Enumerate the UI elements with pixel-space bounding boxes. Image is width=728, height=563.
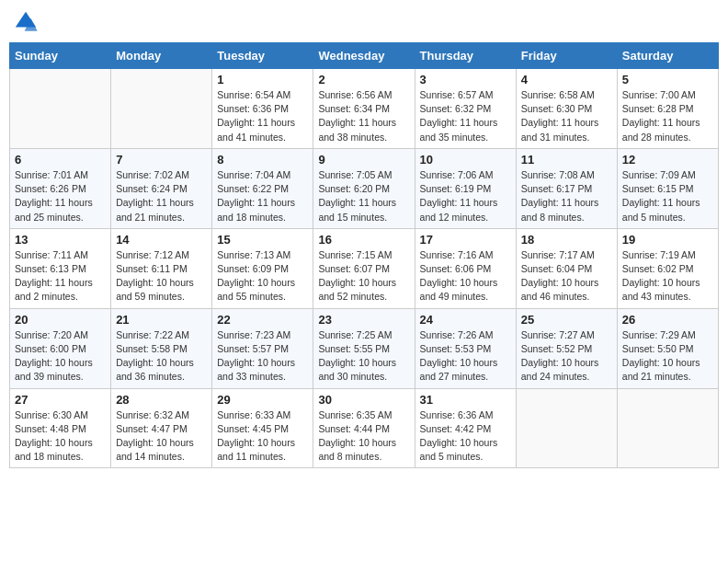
- day-info: Sunrise: 7:11 AMSunset: 6:13 PMDaylight:…: [15, 248, 106, 304]
- col-header-thursday: Thursday: [415, 43, 516, 69]
- calendar-cell: 4Sunrise: 6:58 AMSunset: 6:30 PMDaylight…: [516, 69, 617, 149]
- day-number: 9: [318, 153, 409, 167]
- day-number: 16: [318, 233, 409, 247]
- calendar-cell: 16Sunrise: 7:15 AMSunset: 6:07 PMDayligh…: [313, 228, 415, 308]
- day-info: Sunrise: 6:35 AMSunset: 4:44 PMDaylight:…: [318, 408, 409, 465]
- day-info: Sunrise: 7:06 AMSunset: 6:19 PMDaylight:…: [420, 168, 511, 224]
- calendar-cell: 3Sunrise: 6:57 AMSunset: 6:32 PMDaylight…: [415, 69, 516, 149]
- day-info: Sunrise: 7:22 AMSunset: 5:58 PMDaylight:…: [116, 328, 207, 385]
- day-info: Sunrise: 7:25 AMSunset: 5:55 PMDaylight:…: [318, 328, 409, 385]
- day-number: 14: [116, 233, 207, 247]
- day-number: 13: [15, 233, 106, 247]
- calendar-week-2: 6Sunrise: 7:01 AMSunset: 6:26 PMDaylight…: [10, 148, 719, 228]
- day-number: 30: [318, 393, 409, 407]
- day-info: Sunrise: 6:57 AMSunset: 6:32 PMDaylight:…: [420, 88, 511, 144]
- day-number: 19: [622, 233, 713, 247]
- calendar-cell: 1Sunrise: 6:54 AMSunset: 6:36 PMDaylight…: [212, 69, 313, 149]
- day-info: Sunrise: 7:01 AMSunset: 6:26 PMDaylight:…: [15, 168, 106, 224]
- calendar-cell: 18Sunrise: 7:17 AMSunset: 6:04 PMDayligh…: [516, 228, 617, 308]
- day-number: 17: [420, 233, 511, 247]
- day-info: Sunrise: 7:23 AMSunset: 5:57 PMDaylight:…: [217, 328, 308, 385]
- calendar-cell: 24Sunrise: 7:26 AMSunset: 5:53 PMDayligh…: [415, 308, 516, 388]
- day-number: 8: [217, 153, 308, 167]
- calendar-cell: 13Sunrise: 7:11 AMSunset: 6:13 PMDayligh…: [10, 228, 111, 308]
- calendar-cell: 6Sunrise: 7:01 AMSunset: 6:26 PMDaylight…: [10, 148, 111, 228]
- col-header-wednesday: Wednesday: [313, 43, 415, 69]
- day-info: Sunrise: 6:36 AMSunset: 4:42 PMDaylight:…: [420, 408, 511, 465]
- calendar-cell: 31Sunrise: 6:36 AMSunset: 4:42 PMDayligh…: [415, 388, 516, 468]
- col-header-saturday: Saturday: [617, 43, 718, 69]
- day-info: Sunrise: 6:58 AMSunset: 6:30 PMDaylight:…: [521, 88, 612, 144]
- day-number: 18: [521, 233, 612, 247]
- day-number: 7: [116, 153, 207, 167]
- day-number: 5: [622, 73, 713, 86]
- day-number: 15: [217, 233, 308, 247]
- day-info: Sunrise: 7:00 AMSunset: 6:28 PMDaylight:…: [622, 88, 713, 144]
- day-number: 22: [217, 313, 308, 327]
- calendar-cell: 19Sunrise: 7:19 AMSunset: 6:02 PMDayligh…: [617, 228, 718, 308]
- calendar-cell: [516, 388, 617, 468]
- col-header-monday: Monday: [111, 43, 212, 69]
- day-number: 1: [217, 73, 308, 86]
- calendar-cell: 7Sunrise: 7:02 AMSunset: 6:24 PMDaylight…: [111, 148, 212, 228]
- day-info: Sunrise: 6:33 AMSunset: 4:45 PMDaylight:…: [217, 408, 308, 465]
- calendar-cell: 23Sunrise: 7:25 AMSunset: 5:55 PMDayligh…: [313, 308, 415, 388]
- day-number: 12: [622, 153, 713, 167]
- calendar-cell: 29Sunrise: 6:33 AMSunset: 4:45 PMDayligh…: [212, 388, 313, 468]
- col-header-tuesday: Tuesday: [212, 43, 313, 69]
- calendar-cell: 12Sunrise: 7:09 AMSunset: 6:15 PMDayligh…: [617, 148, 718, 228]
- day-info: Sunrise: 6:56 AMSunset: 6:34 PMDaylight:…: [318, 88, 409, 144]
- day-info: Sunrise: 7:17 AMSunset: 6:04 PMDaylight:…: [521, 248, 612, 304]
- day-number: 21: [116, 313, 207, 327]
- day-number: 25: [521, 313, 612, 327]
- calendar-cell: 5Sunrise: 7:00 AMSunset: 6:28 PMDaylight…: [617, 69, 718, 149]
- calendar-week-4: 20Sunrise: 7:20 AMSunset: 6:00 PMDayligh…: [10, 308, 719, 388]
- calendar-cell: [617, 388, 718, 468]
- day-number: 3: [420, 73, 511, 86]
- day-info: Sunrise: 7:04 AMSunset: 6:22 PMDaylight:…: [217, 168, 308, 224]
- day-info: Sunrise: 7:08 AMSunset: 6:17 PMDaylight:…: [521, 168, 612, 224]
- calendar-week-3: 13Sunrise: 7:11 AMSunset: 6:13 PMDayligh…: [10, 228, 719, 308]
- day-info: Sunrise: 6:54 AMSunset: 6:36 PMDaylight:…: [217, 88, 308, 144]
- day-number: 10: [420, 153, 511, 167]
- day-info: Sunrise: 6:32 AMSunset: 4:47 PMDaylight:…: [116, 408, 207, 465]
- day-number: 23: [318, 313, 409, 327]
- calendar-week-5: 27Sunrise: 6:30 AMSunset: 4:48 PMDayligh…: [10, 388, 719, 468]
- calendar-cell: 30Sunrise: 6:35 AMSunset: 4:44 PMDayligh…: [313, 388, 415, 468]
- calendar-cell: 17Sunrise: 7:16 AMSunset: 6:06 PMDayligh…: [415, 228, 516, 308]
- page-header: [9, 9, 719, 35]
- calendar-cell: 28Sunrise: 6:32 AMSunset: 4:47 PMDayligh…: [111, 388, 212, 468]
- col-header-friday: Friday: [516, 43, 617, 69]
- day-info: Sunrise: 7:12 AMSunset: 6:11 PMDaylight:…: [116, 248, 207, 304]
- calendar-cell: 9Sunrise: 7:05 AMSunset: 6:20 PMDaylight…: [313, 148, 415, 228]
- calendar-cell: 21Sunrise: 7:22 AMSunset: 5:58 PMDayligh…: [111, 308, 212, 388]
- calendar-cell: 25Sunrise: 7:27 AMSunset: 5:52 PMDayligh…: [516, 308, 617, 388]
- calendar-cell: 14Sunrise: 7:12 AMSunset: 6:11 PMDayligh…: [111, 228, 212, 308]
- day-number: 2: [318, 73, 409, 86]
- day-info: Sunrise: 7:13 AMSunset: 6:09 PMDaylight:…: [217, 248, 308, 304]
- day-number: 26: [622, 313, 713, 327]
- day-info: Sunrise: 7:02 AMSunset: 6:24 PMDaylight:…: [116, 168, 207, 224]
- calendar-cell: 27Sunrise: 6:30 AMSunset: 4:48 PMDayligh…: [10, 388, 111, 468]
- day-info: Sunrise: 6:30 AMSunset: 4:48 PMDaylight:…: [15, 408, 106, 465]
- calendar-cell: 11Sunrise: 7:08 AMSunset: 6:17 PMDayligh…: [516, 148, 617, 228]
- calendar-cell: 22Sunrise: 7:23 AMSunset: 5:57 PMDayligh…: [212, 308, 313, 388]
- day-number: 27: [15, 393, 106, 407]
- calendar-cell: 15Sunrise: 7:13 AMSunset: 6:09 PMDayligh…: [212, 228, 313, 308]
- day-number: 4: [521, 73, 612, 86]
- day-info: Sunrise: 7:15 AMSunset: 6:07 PMDaylight:…: [318, 248, 409, 304]
- day-info: Sunrise: 7:29 AMSunset: 5:50 PMDaylight:…: [622, 328, 713, 385]
- calendar-cell: 2Sunrise: 6:56 AMSunset: 6:34 PMDaylight…: [313, 69, 415, 149]
- day-number: 28: [116, 393, 207, 407]
- day-number: 29: [217, 393, 308, 407]
- day-info: Sunrise: 7:27 AMSunset: 5:52 PMDaylight:…: [521, 328, 612, 385]
- day-info: Sunrise: 7:19 AMSunset: 6:02 PMDaylight:…: [622, 248, 713, 304]
- logo: [13, 9, 42, 35]
- day-number: 24: [420, 313, 511, 327]
- calendar-week-1: 1Sunrise: 6:54 AMSunset: 6:36 PMDaylight…: [10, 69, 719, 149]
- col-header-sunday: Sunday: [10, 43, 111, 69]
- day-number: 6: [15, 153, 106, 167]
- day-info: Sunrise: 7:26 AMSunset: 5:53 PMDaylight:…: [420, 328, 511, 385]
- calendar-cell: 8Sunrise: 7:04 AMSunset: 6:22 PMDaylight…: [212, 148, 313, 228]
- day-info: Sunrise: 7:16 AMSunset: 6:06 PMDaylight:…: [420, 248, 511, 304]
